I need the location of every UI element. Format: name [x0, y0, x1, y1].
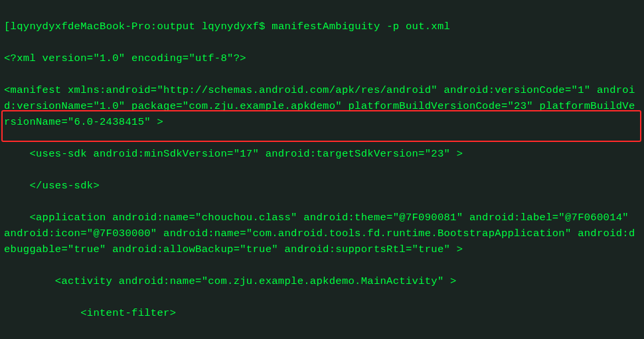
prompt-colon: :	[151, 21, 157, 33]
prompt-bracket-open: [	[4, 21, 11, 33]
uses-sdk-open: <uses-sdk android:minSdkVersion="17" and…	[4, 146, 640, 162]
prompt-line: [lqynydyxfdeMacBook-Pro:output lqynydyxf…	[4, 19, 640, 34]
command-text: manifestAmbiguity -p out.xml	[272, 21, 450, 33]
uses-sdk-close: </uses-sdk>	[4, 178, 640, 194]
terminal-output[interactable]: [lqynydyxfdeMacBook-Pro:output lqynydyxf…	[4, 3, 640, 339]
prompt-user: lqynydyxf	[202, 21, 259, 33]
activity-open: <activity android:name="com.zju.example.…	[4, 273, 640, 289]
application-open: <application android:name="chouchou.clas…	[4, 210, 640, 257]
xml-declaration: <?xml version="1.0" encoding="utf-8"?>	[4, 50, 640, 66]
intent-filter-open: <intent-filter>	[4, 305, 640, 321]
prompt-host: lqynydyxfdeMacBook-Pro	[11, 21, 151, 33]
prompt-dollar: $	[259, 21, 266, 33]
prompt-path: output	[157, 21, 195, 33]
manifest-open: <manifest xmlns:android="http://schemas.…	[4, 82, 640, 130]
